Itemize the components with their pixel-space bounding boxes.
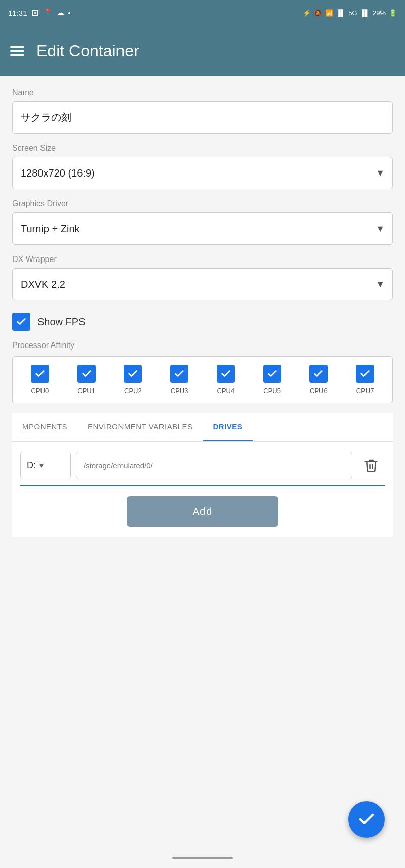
cpu5-checkbox[interactable]	[263, 365, 281, 383]
cpu6-checkbox[interactable]	[309, 365, 328, 383]
cpu6-label: CPU6	[310, 387, 328, 395]
add-button[interactable]: Add	[127, 496, 278, 527]
page-title: Edit Container	[36, 41, 139, 60]
screen-size-select[interactable]: 1280x720 (16:9) 1920x1080 (16:9) 2560x14…	[12, 157, 393, 189]
graphics-driver-label: Graphics Driver	[12, 199, 393, 208]
cpu0-checkbox[interactable]	[31, 365, 49, 383]
cpu1-item: CPU1	[77, 365, 96, 395]
tab-env-vars[interactable]: ENVIRONMENT VARIABLES	[77, 413, 203, 441]
cpu3-label: CPU3	[171, 387, 188, 395]
status-bar: 11:31 🖼 📍 ☁ • ⚡ 🔕 📶 ▐▌ 5G ▐▌ 29% 🔋	[0, 0, 405, 25]
cpu1-checkbox[interactable]	[77, 365, 96, 383]
5g-icon: 5G	[348, 9, 357, 17]
status-left: 11:31 🖼 📍 ☁ •	[8, 8, 71, 17]
cpu0-label: CPU0	[31, 387, 49, 395]
drive-path-input[interactable]	[76, 452, 352, 479]
app-bar: Edit Container	[0, 25, 405, 76]
status-time: 11:31	[8, 9, 27, 17]
cpu5-item: CPU5	[263, 365, 281, 395]
cpu2-checkbox[interactable]	[124, 365, 142, 383]
screen-size-wrapper: 1280x720 (16:9) 1920x1080 (16:9) 2560x14…	[12, 157, 393, 189]
processor-affinity-label: Processor Affinity	[12, 341, 393, 350]
show-fps-label: Show FPS	[37, 316, 85, 328]
tab-drives-label: DRIVES	[213, 422, 243, 431]
cpu3-item: CPU3	[170, 365, 188, 395]
cpu2-item: CPU2	[124, 365, 142, 395]
battery-text: 29%	[373, 9, 386, 17]
home-indicator	[172, 857, 233, 859]
cpu7-item: CPU7	[356, 365, 374, 395]
tabs-bar: MPONENTS ENVIRONMENT VARIABLES DRIVES	[12, 413, 393, 442]
wifi-icon: 📶	[325, 9, 333, 17]
bottom-bar	[0, 848, 405, 868]
menu-icon[interactable]	[10, 46, 24, 56]
graphics-driver-select[interactable]: Turnip + Zink Freedreno None	[12, 212, 393, 245]
location-icon: 📍	[43, 8, 53, 17]
photo-icon: 🖼	[31, 9, 39, 17]
battery-icon: 🔋	[389, 9, 397, 17]
drive-letter-dropdown-icon: ▼	[38, 461, 45, 469]
tab-components[interactable]: MPONENTS	[12, 413, 77, 441]
cpu0-item: CPU0	[31, 365, 49, 395]
cpu5-label: CPU5	[263, 387, 281, 395]
dot-icon: •	[68, 9, 71, 17]
name-input[interactable]	[12, 101, 393, 134]
dx-wrapper-select[interactable]: DXVK 2.2 DXVK 2.1 WineD3D None	[12, 268, 393, 300]
show-fps-row: Show FPS	[12, 313, 393, 331]
main-content: Name Screen Size 1280x720 (16:9) 1920x10…	[0, 76, 405, 868]
drive-letter-select[interactable]: D: ▼	[20, 452, 71, 479]
cpu-grid: CPU0 CPU1 CPU2 CPU3	[12, 356, 393, 403]
delete-drive-button[interactable]	[357, 452, 385, 479]
confirm-fab[interactable]	[348, 801, 385, 838]
status-right: ⚡ 🔕 📶 ▐▌ 5G ▐▌ 29% 🔋	[303, 9, 397, 17]
tab-drives[interactable]: DRIVES	[203, 413, 253, 442]
tab-components-label: MPONENTS	[22, 422, 67, 431]
drive-letter-value: D:	[27, 460, 36, 471]
cpu7-label: CPU7	[356, 387, 374, 395]
name-label: Name	[12, 88, 393, 97]
dx-wrapper-label: DX Wrapper	[12, 255, 393, 264]
cpu1-label: CPU1	[77, 387, 95, 395]
drive-row: D: ▼	[20, 452, 385, 479]
mute-icon: 🔕	[314, 9, 322, 17]
bluetooth-icon: ⚡	[303, 9, 311, 17]
cpu2-label: CPU2	[124, 387, 142, 395]
signal2-icon: ▐▌	[360, 9, 370, 17]
graphics-driver-wrapper: Turnip + Zink Freedreno None ▼	[12, 212, 393, 245]
cpu7-checkbox[interactable]	[356, 365, 374, 383]
drives-content: D: ▼ Add	[12, 442, 393, 537]
dx-wrapper-wrapper: DXVK 2.2 DXVK 2.1 WineD3D None ▼	[12, 268, 393, 300]
show-fps-checkbox[interactable]	[12, 313, 30, 331]
signal-icon: ▐▌	[336, 9, 345, 17]
tab-env-vars-label: ENVIRONMENT VARIABLES	[88, 422, 193, 431]
cpu6-item: CPU6	[309, 365, 328, 395]
cloud-icon: ☁	[57, 8, 64, 17]
drive-divider	[20, 485, 385, 486]
cpu3-checkbox[interactable]	[170, 365, 188, 383]
cpu4-label: CPU4	[217, 387, 235, 395]
cpu4-item: CPU4	[217, 365, 235, 395]
screen-size-label: Screen Size	[12, 144, 393, 153]
cpu4-checkbox[interactable]	[217, 365, 235, 383]
